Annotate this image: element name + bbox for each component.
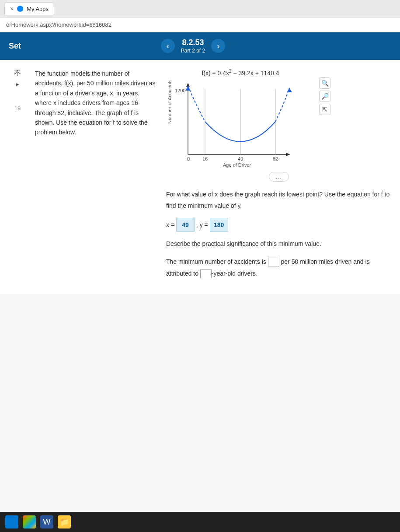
question-part: Part 2 of 2 xyxy=(181,48,205,55)
svg-text:1200: 1200 xyxy=(175,88,185,93)
row-number: 19 xyxy=(14,105,21,112)
sentence-part-a: The minimum number of accidents is xyxy=(166,258,266,265)
tab-title: My Apps xyxy=(27,6,49,12)
svg-marker-14 xyxy=(185,86,191,91)
age-blank-input[interactable] xyxy=(200,270,212,278)
url-bar[interactable]: erHomework.aspx?homeworkId=6816082 xyxy=(0,18,400,32)
tab-favicon-icon xyxy=(17,6,23,12)
chart-toolbar: 🔍 🔎 ⇱ xyxy=(319,77,330,115)
set-label: Set xyxy=(9,42,21,51)
taskbar-word-icon[interactable]: W xyxy=(40,515,53,528)
svg-text:82: 82 xyxy=(273,156,278,161)
question-2: Describe the practical significance of t… xyxy=(166,238,391,250)
svg-text:0: 0 xyxy=(187,156,190,161)
taskbar-explorer-icon[interactable]: 📁 xyxy=(58,515,71,528)
more-indicator[interactable]: … xyxy=(166,172,391,182)
content-area: 不 ▸ 19 The function models the number of… xyxy=(0,60,400,294)
question-number: 8.2.53 xyxy=(181,38,205,48)
right-column: f(x) = 0.4x2 − 39.2x + 1140.4 1200 0 16 … xyxy=(166,69,391,285)
sentence-part-c: -year-old drivers. xyxy=(212,270,257,277)
popout-icon[interactable]: ⇱ xyxy=(319,104,330,115)
svg-text:Age of Driver: Age of Driver xyxy=(223,162,251,168)
zoom-in-icon[interactable]: 🔍 xyxy=(319,77,330,89)
question-nav: ‹ 8.2.53 Part 2 of 2 › xyxy=(161,38,225,55)
y-answer-input[interactable]: 180 xyxy=(210,218,228,232)
svg-marker-3 xyxy=(286,153,290,156)
svg-marker-15 xyxy=(287,88,292,92)
chart-equation: f(x) = 0.4x2 − 39.2x + 1140.4 xyxy=(166,69,315,77)
svg-text:Number of Accidents: Number of Accidents xyxy=(167,80,172,124)
question-body: For what value of x does the graph reach… xyxy=(166,189,391,280)
browser-tab-bar: × My Apps xyxy=(0,0,400,18)
taskbar: W 📁 xyxy=(0,512,400,532)
sidebar-glyph: 不 xyxy=(14,69,21,78)
problem-text: The function models the number of accide… xyxy=(35,69,157,137)
tab-close-icon[interactable]: × xyxy=(10,5,14,12)
x-equals-label: x = xyxy=(166,221,174,228)
app-header: Set ‹ 8.2.53 Part 2 of 2 › xyxy=(0,32,400,60)
chart-svg: 1200 0 16 49 82 Age of Driver Number of … xyxy=(166,80,297,168)
x-answer-input[interactable]: 49 xyxy=(176,218,195,232)
url-text: erHomework.aspx?homeworkId=6816082 xyxy=(6,21,111,28)
browser-tab[interactable]: × My Apps xyxy=(4,2,54,15)
svg-text:49: 49 xyxy=(238,156,243,161)
sidebar-strip: 不 ▸ 19 xyxy=(9,69,26,285)
next-question-button[interactable]: › xyxy=(211,39,225,53)
ellipsis-icon[interactable]: … xyxy=(269,172,289,182)
zoom-out-icon[interactable]: 🔎 xyxy=(319,91,330,102)
expand-icon[interactable]: ▸ xyxy=(16,80,19,88)
problem-statement: The function models the number of accide… xyxy=(35,69,157,285)
taskbar-app-2-icon[interactable] xyxy=(23,515,36,528)
chart-container: f(x) = 0.4x2 − 39.2x + 1140.4 1200 0 16 … xyxy=(166,69,315,168)
y-equals-label: , y = xyxy=(196,221,208,228)
accidents-blank-input[interactable] xyxy=(268,258,279,266)
answer-row-1: x = 49 , y = 180 xyxy=(166,218,391,232)
prev-question-button[interactable]: ‹ xyxy=(161,39,175,53)
svg-text:16: 16 xyxy=(202,156,208,161)
question-1: For what value of x does the graph reach… xyxy=(166,189,391,212)
taskbar-app-1-icon[interactable] xyxy=(5,515,18,528)
sentence-row: The minimum number of accidents is per 5… xyxy=(166,256,391,279)
